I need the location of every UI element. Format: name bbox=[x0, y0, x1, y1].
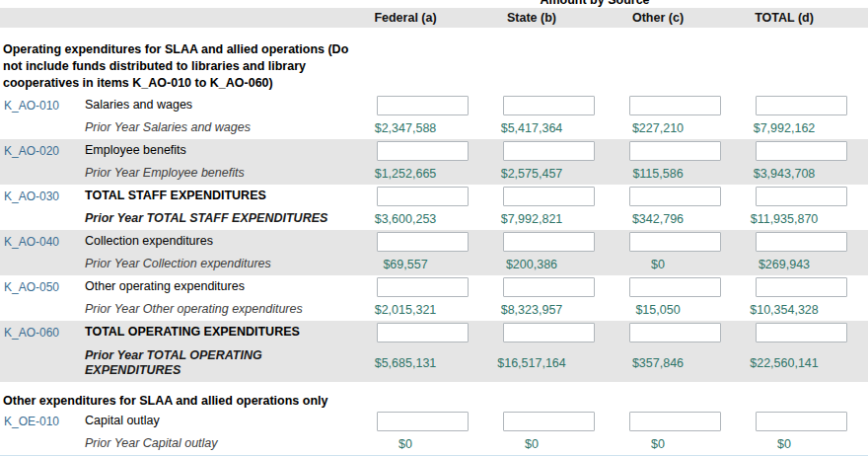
amount-by-source-header: Amount by Source bbox=[0, 0, 868, 8]
prior-year-label: Prior Year TOTAL OPERATING EXPENDITURES bbox=[85, 348, 342, 378]
prior-value-federal: $2,015,321 bbox=[342, 303, 469, 317]
item-label: Employee benefits bbox=[85, 143, 342, 158]
amount-input-total[interactable] bbox=[756, 141, 847, 161]
prior-value-total: $7,992,162 bbox=[721, 121, 847, 135]
expenditure-row-K_AO-030: K_AO-030 TOTAL STAFF EXPENDITURES Prior … bbox=[0, 185, 868, 230]
section-heading-operating: Operating expenditures for SLAA and alli… bbox=[0, 39, 367, 94]
prior-year-label: Prior Year Employee benefits bbox=[85, 166, 342, 181]
expenditure-row-K_AO-020: K_AO-020 Employee benefits Prior Year Em… bbox=[0, 139, 868, 185]
amount-input-state[interactable] bbox=[503, 187, 595, 206]
prior-value-total: $22,560,141 bbox=[721, 356, 847, 370]
amount-input-total[interactable] bbox=[756, 323, 847, 342]
item-label: Other operating expenditures bbox=[85, 279, 342, 294]
prior-value-state: $2,575,457 bbox=[469, 167, 595, 181]
expenditures-form-page: Amount by Source Federal (a) State (b) O… bbox=[0, 0, 868, 456]
amount-by-source-label: Amount by Source bbox=[342, 0, 847, 7]
amount-input-state[interactable] bbox=[503, 277, 595, 297]
amount-input-other[interactable] bbox=[629, 96, 721, 115]
amount-input-federal[interactable] bbox=[377, 323, 469, 342]
amount-input-other[interactable] bbox=[629, 323, 721, 342]
amount-input-state[interactable] bbox=[503, 96, 595, 115]
amount-input-federal[interactable] bbox=[377, 412, 469, 431]
prior-value-other: $15,050 bbox=[595, 303, 721, 317]
prior-value-state: $8,323,957 bbox=[469, 303, 595, 317]
amount-input-federal[interactable] bbox=[377, 141, 469, 161]
prior-value-state: $16,517,164 bbox=[469, 356, 595, 370]
prior-value-federal: $0 bbox=[342, 437, 469, 451]
expenditure-row-K_AO-010: K_AO-010 Salaries and wages Prior Year S… bbox=[0, 94, 868, 139]
prior-value-federal: $1,252,665 bbox=[342, 167, 469, 181]
prior-year-label: Prior Year TOTAL STAFF EXPENDITURES bbox=[85, 211, 342, 226]
prior-value-other: $227,210 bbox=[595, 121, 721, 135]
prior-value-state: $5,417,364 bbox=[469, 121, 595, 135]
prior-value-total: $3,943,708 bbox=[721, 167, 847, 181]
amount-input-total[interactable] bbox=[756, 232, 847, 252]
prior-value-total: $11,935,870 bbox=[721, 212, 847, 226]
amount-input-state[interactable] bbox=[503, 412, 595, 431]
prior-year-label: Prior Year Salaries and wages bbox=[85, 120, 342, 135]
column-header-row: Federal (a) State (b) Other (c) TOTAL (d… bbox=[0, 8, 868, 28]
expenditure-row-K_AO-040: K_AO-040 Collection expenditures Prior Y… bbox=[0, 230, 868, 275]
item-code-link[interactable]: K_OE-010 bbox=[4, 415, 59, 428]
prior-value-other: $342,796 bbox=[595, 212, 721, 226]
prior-value-total: $269,943 bbox=[721, 258, 847, 271]
amount-input-other[interactable] bbox=[629, 277, 721, 297]
expenditure-row-K_AO-050: K_AO-050 Other operating expenditures Pr… bbox=[0, 275, 868, 321]
section-heading-other: Other expenditures for SLAA and allied o… bbox=[0, 392, 552, 410]
amount-input-total[interactable] bbox=[756, 187, 847, 206]
prior-year-label: Prior Year Collection expenditures bbox=[85, 257, 342, 271]
amount-input-other[interactable] bbox=[629, 412, 721, 431]
item-code-link[interactable]: K_AO-060 bbox=[4, 326, 59, 340]
prior-value-federal: $2,347,588 bbox=[342, 121, 469, 135]
item-code-link[interactable]: K_AO-030 bbox=[4, 190, 59, 203]
amount-input-other[interactable] bbox=[629, 141, 721, 161]
prior-value-federal: $5,685,131 bbox=[342, 356, 469, 370]
item-label: TOTAL OPERATING EXPENDITURES bbox=[85, 325, 342, 340]
item-label: Capital outlay bbox=[85, 414, 342, 428]
amount-input-federal[interactable] bbox=[377, 232, 469, 252]
expenditure-row-K_AO-060: K_AO-060 TOTAL OPERATING EXPENDITURES Pr… bbox=[0, 321, 868, 382]
column-header-federal: Federal (a) bbox=[342, 11, 469, 25]
amount-input-total[interactable] bbox=[756, 412, 847, 431]
item-code-link[interactable]: K_AO-020 bbox=[4, 144, 59, 158]
item-code-link[interactable]: K_AO-040 bbox=[4, 235, 59, 249]
prior-value-other: $0 bbox=[595, 258, 721, 271]
amount-input-total[interactable] bbox=[756, 96, 847, 115]
prior-year-label: Prior Year Other operating expenditures bbox=[85, 302, 342, 317]
amount-input-state[interactable] bbox=[503, 141, 595, 161]
item-label: Collection expenditures bbox=[85, 234, 342, 249]
prior-value-other: $115,586 bbox=[595, 167, 721, 181]
expenditure-row-K_OE-010: K_OE-010 Capital outlay Prior Year Capit… bbox=[0, 410, 868, 455]
prior-value-total: $10,354,328 bbox=[721, 303, 847, 317]
prior-value-federal: $3,600,253 bbox=[342, 212, 469, 226]
amount-input-federal[interactable] bbox=[377, 187, 469, 206]
amount-input-federal[interactable] bbox=[377, 96, 469, 115]
prior-value-federal: $69,557 bbox=[342, 258, 469, 271]
prior-value-state: $7,992,821 bbox=[469, 212, 595, 226]
prior-value-other: $357,846 bbox=[595, 356, 721, 370]
item-code-link[interactable]: K_AO-050 bbox=[4, 280, 59, 294]
column-header-state: State (b) bbox=[469, 11, 595, 25]
amount-input-state[interactable] bbox=[503, 323, 595, 342]
prior-value-state: $200,386 bbox=[469, 258, 595, 271]
amount-input-total[interactable] bbox=[756, 277, 847, 297]
item-code-link[interactable]: K_AO-010 bbox=[4, 99, 59, 113]
prior-value-state: $0 bbox=[469, 437, 595, 451]
amount-input-other[interactable] bbox=[629, 232, 721, 252]
item-label: Salaries and wages bbox=[85, 98, 342, 113]
amount-input-other[interactable] bbox=[629, 187, 721, 206]
column-header-total: TOTAL (d) bbox=[721, 11, 847, 25]
prior-year-label: Prior Year Capital outlay bbox=[85, 436, 342, 451]
amount-input-state[interactable] bbox=[503, 232, 595, 252]
prior-value-other: $0 bbox=[595, 437, 721, 451]
item-label: TOTAL STAFF EXPENDITURES bbox=[85, 189, 342, 203]
column-header-other: Other (c) bbox=[595, 11, 721, 25]
prior-value-total: $0 bbox=[721, 437, 847, 451]
amount-input-federal[interactable] bbox=[377, 277, 469, 297]
